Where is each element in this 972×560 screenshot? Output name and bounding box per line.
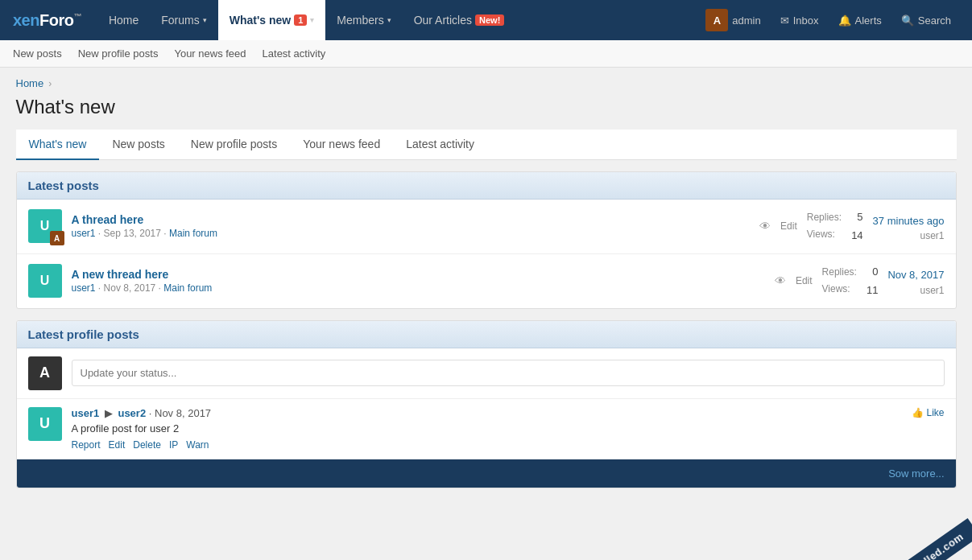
like-label: Like — [926, 407, 944, 418]
nav-our-articles[interactable]: Our Articles New! — [403, 0, 516, 40]
avatar: U A — [28, 209, 62, 243]
inbox-icon: ✉ — [780, 14, 789, 27]
post-author[interactable]: user1 — [72, 407, 100, 419]
subnav-new-profile-posts[interactable]: New profile posts — [70, 40, 167, 68]
search-button[interactable]: 🔍 Search — [893, 0, 959, 40]
breadcrumb-separator: › — [48, 78, 52, 89]
show-more-bar[interactable]: Sow more... — [17, 459, 956, 488]
thread-forum[interactable]: Main forum — [169, 228, 217, 239]
edit-link[interactable]: Edit — [780, 220, 797, 232]
search-icon: 🔍 — [901, 14, 914, 27]
sub-navbar: New posts New profile posts Your news fe… — [0, 40, 972, 68]
nav-members[interactable]: Members ▾ — [325, 0, 402, 40]
nav-items: Home Forums ▾ What's new 1 ▾ Members ▾ O… — [97, 0, 697, 40]
stats-nums-col: 0 11 — [867, 262, 878, 300]
profile-post-actions: Report Edit Delete IP Warn — [72, 439, 903, 451]
members-dropdown-arrow: ▾ — [387, 16, 391, 24]
nav-right: A admin ✉ Inbox 🔔 Alerts 🔍 Search — [697, 0, 959, 40]
thread-time-user: user1 — [920, 230, 944, 241]
subnav-latest-activity[interactable]: Latest activity — [254, 40, 334, 68]
stats-nums-col: 5 14 — [851, 208, 862, 245]
breadcrumb-home[interactable]: Home — [16, 77, 44, 89]
latest-profile-posts-header: Latest profile posts — [17, 321, 956, 348]
logo-trademark: ™ — [73, 12, 81, 21]
forums-dropdown-arrow: ▾ — [203, 16, 207, 24]
tab-your-news-feed[interactable]: Your news feed — [290, 130, 393, 160]
inner-tabs: What's new New posts New profile posts Y… — [16, 130, 957, 160]
table-row: U A A thread here user1 · Sep 13, 2017 ·… — [17, 200, 956, 254]
profile-post-right: 👍 Like — [912, 407, 944, 418]
profile-post-input-row: A — [17, 348, 956, 399]
tab-whats-new[interactable]: What's new — [16, 130, 100, 160]
nav-whats-new[interactable]: What's new 1 ▾ — [218, 0, 326, 40]
thread-time[interactable]: 37 minutes ago — [873, 212, 945, 230]
admin-username: admin — [732, 14, 760, 27]
eye-icon: 👁 — [759, 220, 771, 233]
thumbs-up-icon: 👍 — [912, 407, 924, 418]
nav-home[interactable]: Home — [97, 0, 150, 40]
whats-new-dropdown-arrow: ▾ — [310, 16, 314, 24]
nav-forums[interactable]: Forums ▾ — [150, 0, 217, 40]
admin-avatar-input: A — [28, 356, 62, 390]
thread-stats: 👁 Edit Replies: Views: 0 11 Nov 8, 2017 — [775, 262, 945, 300]
thread-forum[interactable]: Main forum — [163, 282, 212, 294]
profile-post-meta: user1 ▶ user2 · Nov 8, 2017 — [72, 407, 903, 419]
list-item: U user1 ▶ user2 · Nov 8, 2017 A profile … — [17, 399, 956, 459]
ip-link[interactable]: IP — [169, 439, 178, 451]
edit-link[interactable]: Edit — [796, 275, 813, 286]
subnav-your-news-feed[interactable]: Your news feed — [166, 40, 254, 68]
replies-label: Replies: — [822, 264, 857, 282]
inbox-label: Inbox — [793, 14, 819, 27]
edit-post-link[interactable]: Edit — [109, 439, 126, 451]
admin-menu[interactable]: A admin — [697, 0, 768, 40]
thread-meta: user1 · Nov 8, 2017 · Main forum — [72, 282, 765, 294]
site-logo[interactable]: xenForo™ — [13, 11, 81, 30]
stats-labels-col: Replies: Views: — [822, 264, 857, 299]
thread-author[interactable]: user1 — [72, 228, 96, 239]
inbox-button[interactable]: ✉ Inbox — [772, 0, 827, 40]
table-row: U A new thread here user1 · Nov 8, 2017 … — [17, 254, 956, 308]
replies-count: 5 — [851, 208, 862, 226]
page-title: What's new — [16, 96, 957, 118]
like-button[interactable]: 👍 Like — [912, 407, 944, 418]
post-target[interactable]: user2 — [118, 407, 146, 419]
views-label: Views: — [822, 281, 857, 299]
subnav-new-posts[interactable]: New posts — [13, 40, 70, 68]
status-input[interactable] — [72, 360, 945, 386]
views-count: 14 — [851, 226, 862, 245]
profile-post-text: A profile post for user 2 — [72, 422, 903, 434]
breadcrumb: Home › — [16, 77, 957, 89]
admin-avatar: A — [705, 9, 728, 31]
thread-date: Sep 13, 2017 — [104, 228, 161, 239]
tab-new-profile-posts[interactable]: New profile posts — [178, 130, 290, 160]
profile-post-content: user1 ▶ user2 · Nov 8, 2017 A profile po… — [72, 407, 903, 451]
delete-link[interactable]: Delete — [133, 439, 161, 451]
tab-new-posts[interactable]: New posts — [99, 130, 177, 160]
logo-part2: Foro — [39, 11, 73, 29]
tab-latest-activity[interactable]: Latest activity — [393, 130, 487, 160]
search-label: Search — [918, 14, 951, 27]
top-navbar: xenForo™ Home Forums ▾ What's new 1 ▾ Me… — [0, 0, 972, 40]
warn-link[interactable]: Warn — [186, 439, 209, 451]
thread-date: Nov 8, 2017 — [104, 282, 156, 294]
alerts-button[interactable]: 🔔 Alerts — [830, 0, 890, 40]
thread-title[interactable]: A thread here — [72, 213, 144, 226]
thread-stats: 👁 Edit Replies: Views: 5 14 37 minutes a… — [759, 208, 944, 245]
thread-time[interactable]: Nov 8, 2017 — [887, 266, 944, 284]
main-content: Home › What's new What's new New posts N… — [3, 68, 970, 498]
show-more-label: S — [888, 467, 895, 480]
avatar: U — [28, 407, 62, 441]
whats-new-badge: 1 — [294, 14, 307, 26]
latest-posts-header: Latest posts — [17, 172, 956, 200]
stats-labels-col: Replies: Views: — [807, 209, 842, 244]
thread-meta: user1 · Sep 13, 2017 · Main forum — [72, 228, 751, 239]
thread-author[interactable]: user1 — [72, 282, 96, 294]
thread-info: A new thread here user1 · Nov 8, 2017 · … — [72, 268, 765, 294]
thread-title[interactable]: A new thread here — [72, 268, 169, 281]
bell-icon: 🔔 — [838, 14, 851, 27]
eye-icon: 👁 — [775, 274, 786, 287]
mini-avatar: A — [50, 231, 64, 245]
show-more-text: ow more... — [895, 467, 945, 480]
our-articles-badge: New! — [475, 14, 504, 26]
report-link[interactable]: Report — [72, 439, 101, 451]
